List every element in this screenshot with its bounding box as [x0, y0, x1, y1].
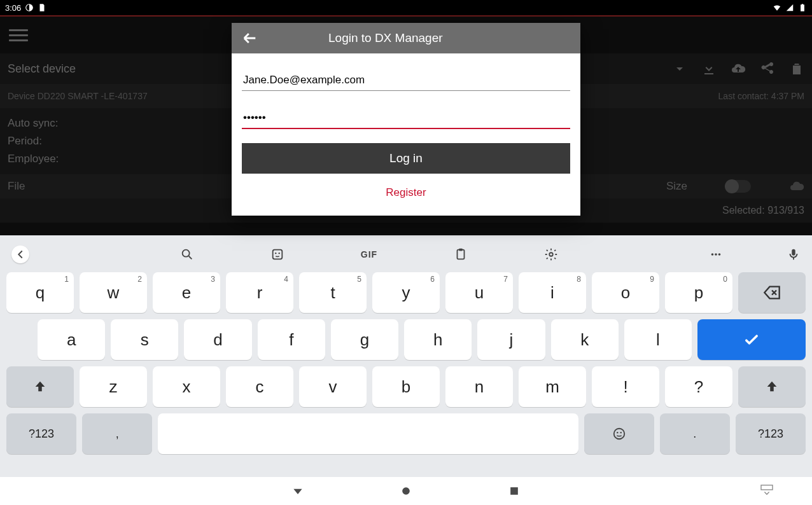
dialog-titlebar: Login to DX Manager	[232, 23, 580, 53]
svg-point-12	[617, 432, 618, 433]
period-key[interactable]: .	[660, 413, 730, 454]
svg-point-1	[182, 250, 189, 257]
svg-point-9	[715, 253, 717, 256]
wifi-icon	[773, 3, 781, 12]
svg-point-13	[620, 432, 621, 433]
key-v[interactable]: v	[299, 366, 367, 407]
kb-hide-icon[interactable]	[760, 484, 774, 498]
key-f[interactable]: f	[258, 319, 325, 360]
keyboard-row-1: q1w2e3r4t5y6u7i8o9p0	[6, 272, 806, 313]
status-icon-generic	[25, 3, 34, 12]
nav-back-icon[interactable]	[291, 485, 304, 497]
svg-point-3	[275, 253, 276, 254]
emoji-key[interactable]	[584, 413, 654, 454]
battery-icon	[798, 3, 807, 12]
clipboard-icon[interactable]	[454, 247, 468, 261]
gear-icon[interactable]	[544, 247, 558, 261]
sticker-icon[interactable]	[270, 247, 284, 261]
key-z[interactable]: z	[80, 366, 147, 407]
enter-key[interactable]	[697, 319, 806, 360]
nav-home-icon[interactable]	[400, 485, 412, 497]
key-h[interactable]: h	[404, 319, 472, 360]
comma-key[interactable]: ,	[82, 413, 152, 454]
key-t[interactable]: t5	[299, 272, 367, 313]
password-field[interactable]	[242, 105, 570, 129]
search-icon[interactable]	[180, 247, 194, 261]
key-j[interactable]: j	[477, 319, 545, 360]
key-r[interactable]: r4	[226, 272, 293, 313]
keyboard-row-2: asdfghjkl	[6, 319, 806, 360]
svg-point-7	[549, 253, 553, 256]
shift-key-right[interactable]	[738, 366, 806, 407]
status-bar: 3:06	[0, 0, 812, 15]
key-b[interactable]: b	[372, 366, 440, 407]
key-s[interactable]: s	[111, 319, 178, 360]
gif-button[interactable]: GIF	[361, 249, 377, 259]
key-q[interactable]: q1	[6, 272, 74, 313]
keyboard-row-3: zxcvbnm!?	[6, 366, 806, 407]
key-x[interactable]: x	[153, 366, 220, 407]
password-field-wrap	[242, 105, 570, 129]
kb-collapse-button[interactable]	[11, 246, 29, 263]
key-u[interactable]: u7	[445, 272, 513, 313]
status-time: 3:06	[5, 3, 21, 13]
keyboard-toolbar: GIF	[0, 240, 812, 268]
shift-key-left[interactable]	[6, 366, 74, 407]
key-e[interactable]: e3	[153, 272, 220, 313]
soft-keyboard: GIF q1w2e3r4t5y6u7i8o9p0 asdfghjkl zxcvb…	[0, 235, 812, 477]
svg-rect-15	[510, 487, 518, 495]
svg-point-4	[278, 253, 279, 254]
key-w[interactable]: w2	[80, 272, 147, 313]
key-o[interactable]: o9	[592, 272, 659, 313]
key-question[interactable]: ?	[665, 366, 732, 407]
more-icon[interactable]	[709, 247, 723, 261]
key-g[interactable]: g	[331, 319, 398, 360]
dialog-title: Login to DX Manager	[328, 31, 443, 45]
key-k[interactable]: k	[551, 319, 619, 360]
keyboard-row-4: ?123,.?123	[6, 413, 806, 454]
backspace-key[interactable]	[738, 272, 806, 313]
back-button[interactable]	[241, 29, 258, 47]
key-c[interactable]: c	[226, 366, 293, 407]
key-d[interactable]: d	[184, 319, 251, 360]
key-i[interactable]: i8	[519, 272, 586, 313]
key-n[interactable]: n	[445, 366, 513, 407]
nav-recent-icon[interactable]	[508, 485, 521, 497]
space-key[interactable]	[158, 413, 578, 454]
svg-rect-5	[458, 250, 465, 259]
svg-rect-16	[761, 485, 773, 490]
register-button[interactable]: Register	[242, 174, 570, 203]
svg-point-8	[711, 253, 714, 256]
key-p[interactable]: p0	[665, 272, 732, 313]
signal-icon	[785, 3, 794, 12]
svg-point-14	[402, 487, 410, 495]
key-l[interactable]: l	[624, 319, 692, 360]
svg-point-10	[718, 253, 721, 256]
key-y[interactable]: y6	[372, 272, 440, 313]
email-field-wrap	[242, 67, 570, 91]
key-m[interactable]: m	[519, 366, 586, 407]
nav-bar	[0, 477, 812, 505]
key-a[interactable]: a	[38, 319, 105, 360]
login-button[interactable]: Log in	[242, 143, 570, 174]
svg-rect-6	[459, 249, 463, 251]
svg-rect-2	[272, 250, 282, 259]
svg-point-11	[614, 429, 625, 439]
key-exclaim[interactable]: !	[592, 366, 659, 407]
login-dialog: Login to DX Manager Log in Register	[232, 23, 580, 216]
mic-icon[interactable]	[787, 247, 801, 261]
symbols-key-left[interactable]: ?123	[6, 413, 76, 454]
symbols-key-right[interactable]: ?123	[736, 413, 806, 454]
email-field[interactable]	[242, 67, 570, 91]
sd-card-icon	[38, 3, 46, 12]
